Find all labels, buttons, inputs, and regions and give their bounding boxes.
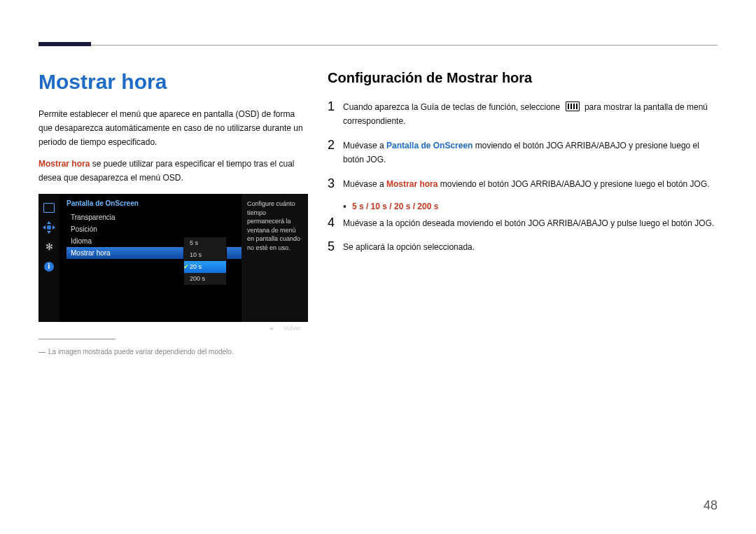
step-1: 1 Cuando aparezca la Guía de teclas de f…	[328, 100, 718, 129]
term-highlight: Mostrar hora	[38, 159, 90, 169]
back-icon: ◂	[270, 322, 273, 335]
jog-icon	[43, 222, 55, 233]
osd-footer: ◂ Volver	[38, 322, 308, 335]
page-number: 48	[704, 498, 718, 513]
intro-paragraph-2: Mostrar hora se puede utilizar para espe…	[38, 157, 308, 185]
steps-list: 1 Cuando aparezca la Guía de teclas de f…	[328, 100, 718, 191]
step-5: 5 Se aplicará la opción seleccionada.	[328, 240, 718, 254]
info-icon: i	[43, 261, 55, 272]
manual-page: Mostrar hora Permite establecer el menú …	[0, 0, 756, 534]
footnote-rule	[38, 339, 115, 339]
header-accent	[38, 42, 91, 46]
osd-option: 5 s	[184, 237, 226, 249]
osd-sidebar: ✻ i	[38, 194, 59, 322]
menu-icon	[566, 101, 580, 111]
right-column: Configuración de Mostrar hora 1 Cuando a…	[328, 70, 718, 356]
left-column: Mostrar hora Permite establecer el menú …	[38, 70, 308, 356]
options-bullet: • 5 s / 10 s / 20 s / 200 s	[343, 201, 718, 212]
step-4: 4 Muévase a la opción deseada moviendo e…	[328, 216, 718, 230]
osd-screenshot: ✻ i Pantalla de OnScreen Transparencia A…	[38, 194, 308, 335]
subsection-title: Configuración de Mostrar hora	[328, 70, 718, 86]
step-3: 3 Muévase a Mostrar hora moviendo el bot…	[328, 177, 718, 191]
osd-options-popup: 5 s 10 s 20 s 200 s	[184, 237, 226, 285]
steps-list-cont: 4 Muévase a la opción deseada moviendo e…	[328, 216, 718, 255]
gear-icon: ✻	[43, 241, 55, 253]
osd-description: Configure cuánto tiempo permanecerá la v…	[241, 194, 308, 322]
monitor-icon	[43, 202, 55, 213]
header-rule	[38, 45, 718, 45]
footnote: ―La imagen mostrada puede variar dependi…	[38, 348, 308, 356]
osd-option: 200 s	[184, 273, 226, 285]
osd-option: 10 s	[184, 249, 226, 261]
step-2: 2 Muévase a Pantalla de OnScreen moviend…	[328, 139, 718, 167]
intro-paragraph: Permite establecer el menú que aparece e…	[38, 108, 308, 149]
osd-option-selected: 20 s	[184, 261, 226, 273]
section-title: Mostrar hora	[38, 70, 308, 94]
